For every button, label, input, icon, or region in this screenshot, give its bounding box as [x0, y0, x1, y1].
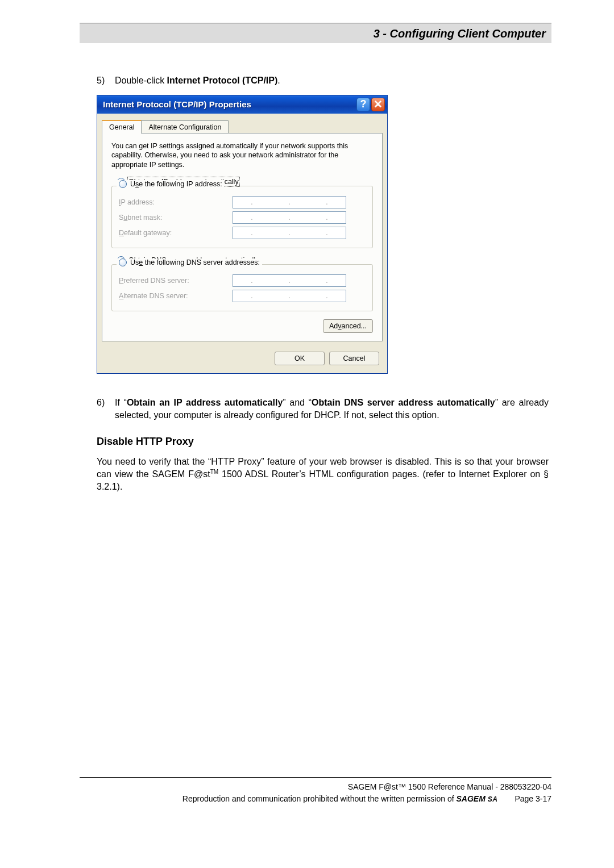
titlebar[interactable]: Internet Protocol (TCP/IP) Properties ? …: [97, 95, 387, 114]
input-preferred-dns[interactable]: ...: [233, 274, 346, 287]
footer-line2: Reproduction and communication prohibite…: [182, 793, 498, 805]
tcpip-properties-dialog: Internet Protocol (TCP/IP) Properties ? …: [97, 95, 388, 374]
option-use-following-dns[interactable]: Use the following DNS server addresses:: [117, 258, 262, 266]
input-alternate-dns[interactable]: ...: [233, 290, 346, 302]
step-6-number: 6): [97, 398, 115, 408]
group-static-dns: Use the following DNS server addresses: …: [111, 264, 373, 311]
label-default-gateway: Default gateway:: [119, 229, 233, 237]
step-6: 6) If “Obtain an IP address automaticall…: [97, 397, 549, 421]
label-preferred-dns: Preferred DNS server:: [119, 277, 233, 285]
page-number: Page 3-17: [515, 793, 551, 805]
tab-general[interactable]: General: [102, 120, 142, 133]
radio-use-following-ip[interactable]: [119, 180, 127, 188]
paragraph-disable-proxy: You need to verify that the “HTTP Proxy”…: [97, 456, 549, 493]
step-5-text: Double-click Internet Protocol (TCP/IP).: [115, 74, 549, 87]
label-ip-address: IP address:: [119, 198, 233, 206]
section-heading-disable-proxy: Disable HTTP Proxy: [97, 436, 549, 448]
close-icon: ✕: [374, 99, 383, 110]
panel-general: You can get IP settings assigned automat…: [102, 133, 383, 342]
label-use-following-ip: Use the following IP address:: [130, 180, 222, 188]
step-5: 5) Double-click Internet Protocol (TCP/I…: [97, 74, 549, 87]
cancel-button[interactable]: Cancel: [329, 352, 379, 365]
dialog-title: Internet Protocol (TCP/IP) Properties: [103, 99, 355, 109]
chapter-title: 3 - Configuring Client Computer: [374, 27, 546, 40]
radio-use-following-dns[interactable]: [119, 258, 127, 266]
step-5-number: 5): [97, 76, 115, 86]
intro-text: You can get IP settings assigned automat…: [111, 141, 373, 170]
group-static-ip: Use the following IP address: IP address…: [111, 186, 373, 248]
step-6-text: If “Obtain an IP address automatically” …: [115, 397, 549, 421]
footer-line1: SAGEM F@st™ 1500 Reference Manual - 2880…: [348, 781, 551, 793]
chapter-header: 3 - Configuring Client Computer: [80, 23, 551, 43]
label-alternate-dns: Alternate DNS server:: [119, 292, 233, 300]
label-subnet-mask: Subnet mask:: [119, 214, 233, 222]
option-use-following-ip[interactable]: Use the following IP address:: [117, 180, 225, 188]
tab-alternate-configuration[interactable]: Alternate Configuration: [141, 120, 229, 133]
page-footer: SAGEM F@st™ 1500 Reference Manual - 2880…: [80, 777, 551, 805]
advanced-button[interactable]: Advanced...: [323, 319, 373, 333]
input-default-gateway[interactable]: ...: [233, 227, 346, 239]
ok-button[interactable]: OK: [275, 352, 325, 365]
input-subnet-mask[interactable]: ...: [233, 211, 346, 224]
close-button[interactable]: ✕: [371, 98, 385, 111]
label-use-following-dns: Use the following DNS server addresses:: [130, 258, 260, 266]
help-button[interactable]: ?: [356, 98, 370, 111]
tabs: General Alternate Configuration: [102, 119, 383, 133]
help-icon: ?: [360, 98, 367, 110]
input-ip-address[interactable]: ...: [233, 196, 346, 208]
